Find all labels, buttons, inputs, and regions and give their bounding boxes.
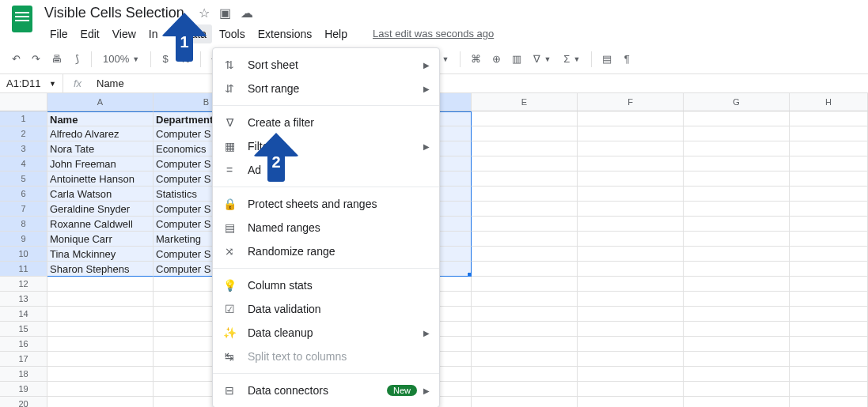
cell[interactable] [684, 352, 790, 367]
col-header[interactable]: H [790, 93, 868, 111]
cell[interactable] [684, 292, 790, 307]
cell[interactable]: Monique Carr [47, 232, 154, 247]
functions-icon[interactable]: Σ▼ [559, 51, 585, 66]
cell[interactable] [47, 382, 154, 397]
cell[interactable] [684, 337, 790, 352]
menu-create-filter[interactable]: ∇Create a filter [213, 111, 439, 134]
cell[interactable] [47, 292, 154, 307]
menu-filter-views[interactable]: ▦Filter▶ [213, 134, 439, 158]
name-box[interactable]: A1:D11▼ [0, 74, 63, 92]
menu-data-connectors[interactable]: ⊟Data connectorsNew▶ [213, 379, 439, 402]
row-header[interactable]: 13 [0, 292, 47, 307]
row-header[interactable]: 4 [0, 156, 47, 171]
row-header[interactable]: 18 [0, 367, 47, 382]
cell[interactable] [790, 171, 868, 187]
cell[interactable] [578, 156, 684, 171]
cell[interactable] [472, 141, 578, 156]
cell[interactable] [578, 337, 684, 352]
cell[interactable] [578, 247, 684, 262]
row-header[interactable]: 16 [0, 337, 47, 352]
cell[interactable] [790, 292, 868, 307]
cell[interactable] [47, 307, 154, 322]
cell[interactable] [790, 232, 868, 247]
cell[interactable] [790, 247, 868, 262]
row-header[interactable]: 10 [0, 247, 47, 262]
cell[interactable] [472, 187, 578, 202]
comment-icon[interactable]: ⊕ [488, 50, 505, 68]
row-header[interactable]: 15 [0, 322, 47, 337]
cell[interactable] [684, 187, 790, 202]
menu-help[interactable]: Help [319, 24, 353, 43]
menu-file[interactable]: File [44, 24, 74, 43]
menu-randomize[interactable]: ⤨Randomize range [213, 239, 439, 263]
cell[interactable] [472, 126, 578, 141]
cell[interactable] [684, 126, 790, 141]
filter-icon[interactable]: ∇▼ [529, 51, 555, 66]
cell[interactable] [684, 232, 790, 247]
cell[interactable] [47, 352, 154, 367]
cell[interactable] [472, 397, 578, 407]
cell[interactable] [684, 247, 790, 262]
cell[interactable] [47, 397, 154, 407]
col-header[interactable]: G [684, 93, 790, 111]
cell[interactable] [684, 202, 790, 217]
last-edit-link[interactable]: Last edit was seconds ago [367, 24, 499, 43]
cell[interactable] [472, 292, 578, 307]
cell[interactable] [472, 307, 578, 322]
redo-icon[interactable]: ↷ [28, 50, 44, 68]
cell[interactable] [472, 156, 578, 171]
row-header[interactable]: 20 [0, 397, 47, 407]
cell[interactable] [472, 352, 578, 367]
cell[interactable] [578, 141, 684, 156]
paint-format-icon[interactable]: ⟆ [69, 50, 85, 68]
cell[interactable] [472, 322, 578, 337]
cell[interactable] [790, 352, 868, 367]
chart-icon[interactable]: ▥ [508, 50, 525, 68]
cell[interactable]: Tina Mckinney [47, 247, 154, 262]
cell[interactable]: Geraldine Snyder [47, 202, 154, 217]
cell[interactable] [472, 367, 578, 382]
cell[interactable] [578, 111, 684, 126]
cell[interactable] [578, 202, 684, 217]
cell[interactable] [578, 277, 684, 292]
row-header[interactable]: 11 [0, 262, 47, 277]
menu-add-slicer[interactable]: =Ad [213, 158, 439, 182]
cell[interactable] [47, 337, 154, 352]
cell[interactable]: Nora Tate [47, 141, 154, 156]
link-icon[interactable]: ⌘ [467, 50, 485, 68]
cell[interactable] [578, 322, 684, 337]
cell[interactable] [684, 111, 790, 126]
select-all-corner[interactable] [0, 93, 47, 111]
cell[interactable]: Sharon Stephens [47, 262, 154, 277]
cell[interactable]: Carla Watson [47, 187, 154, 202]
cell[interactable]: John Freeman [47, 156, 154, 171]
cell[interactable]: Alfredo Alvarez [47, 126, 154, 141]
row-header[interactable]: 14 [0, 307, 47, 322]
cell[interactable] [472, 202, 578, 217]
cell[interactable] [578, 352, 684, 367]
print-icon[interactable]: 🖶 [47, 50, 66, 68]
row-header[interactable]: 3 [0, 141, 47, 156]
cell[interactable] [790, 262, 868, 277]
formula-input[interactable]: Name [92, 77, 124, 89]
cell[interactable] [578, 397, 684, 407]
cell[interactable] [790, 307, 868, 322]
toggle1-icon[interactable]: ▤ [598, 50, 616, 68]
cloud-icon[interactable]: ☁ [241, 6, 253, 21]
row-header[interactable]: 12 [0, 277, 47, 292]
cell[interactable] [790, 141, 868, 156]
row-header[interactable]: 6 [0, 187, 47, 202]
cell[interactable] [578, 217, 684, 232]
menu-sort-sheet[interactable]: ⇅Sort sheet▶ [213, 53, 439, 77]
cell[interactable] [684, 217, 790, 232]
cell[interactable] [47, 367, 154, 382]
zoom-select[interactable]: 100%▼ [98, 51, 144, 66]
cell[interactable] [578, 367, 684, 382]
cell[interactable] [790, 111, 868, 126]
cell[interactable] [684, 367, 790, 382]
row-header[interactable]: 2 [0, 126, 47, 141]
cell[interactable] [578, 292, 684, 307]
cell[interactable] [578, 171, 684, 187]
menu-tools[interactable]: Tools [214, 24, 251, 43]
cell[interactable] [684, 397, 790, 407]
